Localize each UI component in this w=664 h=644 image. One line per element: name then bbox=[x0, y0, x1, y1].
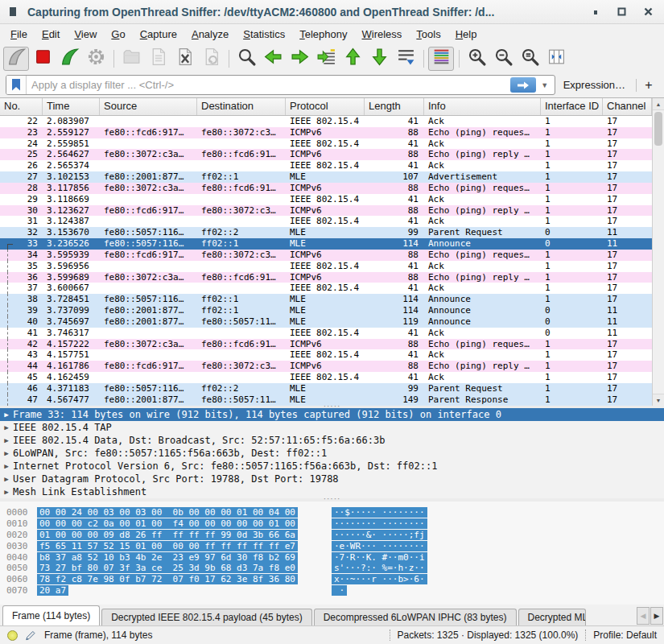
packet-row[interactable]: 333.236526fe80::5057:116…ff02::1MLE114An… bbox=[0, 238, 652, 250]
colorize-button[interactable] bbox=[428, 47, 454, 71]
save-file-button[interactable] bbox=[145, 47, 171, 71]
hex-ascii[interactable]: ··$····· ········ bbox=[332, 507, 427, 518]
close-file-button[interactable] bbox=[171, 47, 197, 71]
column-header-no[interactable]: No. bbox=[0, 98, 43, 115]
start-capture-button[interactable] bbox=[3, 47, 29, 71]
expander-icon[interactable]: ▶ bbox=[0, 460, 13, 473]
column-header-time[interactable]: Time bbox=[43, 98, 100, 115]
goto-packet-button[interactable] bbox=[313, 47, 339, 71]
detail-line[interactable]: ▶6LoWPAN, Src: fe80::5057:1165:f56a:663b… bbox=[0, 447, 664, 460]
hex-bytes-selected[interactable]: 00 00 00 c2 0a 00 01 00 f4 00 00 00 00 0… bbox=[37, 518, 298, 529]
packet-row[interactable]: 424.157222fe80::3072:c3a…fe80::fcd6:91…I… bbox=[0, 339, 652, 350]
restart-capture-button[interactable] bbox=[56, 47, 82, 71]
column-header-dst[interactable]: Destination bbox=[197, 98, 286, 115]
menu-analyze[interactable]: Analyze bbox=[184, 26, 236, 43]
byte-tab[interactable]: Frame (114 bytes) bbox=[2, 605, 100, 625]
hex-bytes-selected[interactable]: 20 a7 bbox=[37, 585, 68, 596]
hex-row[interactable]: 002001 00 00 00 09 d8 26 ff ff ff ff 99 … bbox=[0, 530, 664, 541]
expression-button[interactable]: Expression… bbox=[563, 79, 625, 91]
byte-tab[interactable]: Decrypted IEEE 802.15.4 payload (45 byte… bbox=[101, 609, 311, 625]
capture-comment-icon[interactable] bbox=[25, 630, 36, 641]
hex-ascii-selected[interactable]: · bbox=[332, 585, 347, 596]
packet-row[interactable]: 353.596956IEEE 802.15.441Ack117 bbox=[0, 261, 652, 272]
details-hex-splitter[interactable]: ····· bbox=[0, 498, 664, 502]
packet-list-scrollbar[interactable]: ▲ ▼ bbox=[652, 98, 664, 406]
hex-ascii[interactable]: x··~···r ···b>·6· bbox=[332, 574, 427, 585]
tab-scroll-right-icon[interactable]: ▶ bbox=[650, 607, 663, 625]
hex-row[interactable]: 006078 f2 c8 7e 98 0f b7 72 07 f0 17 62 … bbox=[0, 574, 664, 585]
expander-icon[interactable]: ▶ bbox=[0, 434, 13, 447]
hex-bytes[interactable]: 73 27 bf 80 07 3f 3a ce 25 3d 9b 68 d3 7… bbox=[37, 563, 299, 574]
resize-columns-button[interactable] bbox=[543, 47, 569, 71]
add-filter-button[interactable]: + bbox=[639, 78, 658, 93]
hex-ascii[interactable]: · bbox=[332, 585, 347, 597]
packet-row[interactable]: 293.118669IEEE 802.15.441Ack117 bbox=[0, 194, 652, 205]
first-packet-button[interactable] bbox=[340, 47, 365, 71]
hex-bytes-selected[interactable]: f5 65 11 57 52 15 01 00 00 00 ff ff ff f… bbox=[37, 541, 298, 551]
column-header-info[interactable]: Info bbox=[424, 98, 541, 115]
column-header-src[interactable]: Source bbox=[100, 98, 197, 115]
hex-row[interactable]: 001000 00 00 c2 0a 00 01 00 f4 00 00 00 … bbox=[0, 518, 664, 530]
packet-row[interactable]: 262.565374IEEE 802.15.441Ack117 bbox=[0, 160, 652, 171]
packet-row[interactable]: 283.117856fe80::3072:c3a…fe80::fcd6:91…I… bbox=[0, 183, 652, 194]
packet-row[interactable]: 232.559127fe80::fcd6:917…fe80::3072:c3…I… bbox=[0, 127, 652, 138]
hex-ascii[interactable]: ······&· ·····;fj bbox=[332, 530, 427, 541]
expander-icon[interactable]: ▶ bbox=[0, 408, 13, 421]
zoom-in-button[interactable] bbox=[464, 47, 489, 71]
hex-bytes[interactable]: b8 37 a8 52 10 b3 4b 2e 23 e9 97 6d 30 f… bbox=[37, 552, 299, 564]
packet-row[interactable]: 303.123627fe80::fcd6:917…fe80::3072:c3…I… bbox=[0, 205, 652, 217]
hex-ascii-selected[interactable]: ········ ········ bbox=[332, 518, 427, 529]
packet-row[interactable]: 252.564627fe80::3072:c3a…fe80::fcd6:91…I… bbox=[0, 149, 652, 160]
status-profile-label[interactable]: Profile: Default bbox=[593, 630, 657, 641]
hex-ascii-selected[interactable]: ·7·R··K. #··m0··i bbox=[332, 552, 427, 563]
scroll-up-icon[interactable]: ▲ bbox=[653, 98, 664, 110]
menu-edit[interactable]: Edit bbox=[35, 26, 67, 43]
open-file-button[interactable] bbox=[118, 47, 144, 71]
capture-options-button[interactable] bbox=[83, 47, 109, 71]
scroll-down-icon[interactable]: ▼ bbox=[653, 394, 664, 406]
hex-bytes[interactable]: f5 65 11 57 52 15 01 00 00 00 ff ff ff f… bbox=[37, 541, 299, 552]
close-icon[interactable] bbox=[644, 7, 653, 16]
window-menu-icon[interactable] bbox=[10, 7, 16, 16]
packet-row[interactable]: 273.102153fe80::2001:877…ff02::1MLE107Ad… bbox=[0, 171, 652, 183]
hex-ascii-selected[interactable]: ·e·WR··· ········ bbox=[332, 541, 427, 551]
hex-bytes-selected[interactable]: 78 f2 c8 7e 98 0f b7 72 07 f0 17 62 3e 8… bbox=[37, 574, 298, 584]
menu-telephony[interactable]: Telephony bbox=[292, 26, 354, 43]
packet-row[interactable]: 454.162459IEEE 802.15.441Ack117 bbox=[0, 372, 652, 383]
scrollbar-thumb[interactable] bbox=[654, 112, 662, 146]
tab-scroll-left-icon[interactable]: ◀ bbox=[637, 607, 650, 625]
expander-icon[interactable]: ▶ bbox=[0, 421, 13, 434]
column-header-proto[interactable]: Protocol bbox=[286, 98, 365, 115]
menu-capture[interactable]: Capture bbox=[133, 26, 184, 43]
zoom-reset-button[interactable] bbox=[517, 47, 542, 71]
hex-ascii[interactable]: ·e·WR··· ········ bbox=[332, 541, 427, 552]
display-filter-input[interactable] bbox=[27, 79, 510, 91]
previous-packet-button[interactable] bbox=[260, 47, 286, 71]
menu-wireless[interactable]: Wireless bbox=[355, 26, 410, 43]
hex-ascii[interactable]: ········ ········ bbox=[332, 518, 427, 530]
hex-ascii[interactable]: ·7·R··K. #··m0··i bbox=[332, 552, 427, 564]
expander-icon[interactable]: ▶ bbox=[0, 485, 13, 498]
last-packet-button[interactable] bbox=[366, 47, 392, 71]
packet-row[interactable]: 393.737099fe80::2001:877…ff02::1MLE114An… bbox=[0, 305, 652, 316]
zoom-out-button[interactable] bbox=[490, 47, 516, 71]
menu-tools[interactable]: Tools bbox=[409, 26, 447, 43]
byte-tab[interactable]: Decrypted ML bbox=[518, 609, 586, 625]
column-header-iface[interactable]: Interface ID bbox=[541, 98, 603, 115]
menu-view[interactable]: View bbox=[67, 26, 104, 43]
stop-capture-button[interactable] bbox=[30, 47, 56, 71]
menu-help[interactable]: Help bbox=[448, 26, 485, 43]
packet-row[interactable]: 242.559851IEEE 802.15.441Ack117 bbox=[0, 138, 652, 150]
packet-row[interactable]: 323.153670fe80::5057:116…ff02::2MLE99Par… bbox=[0, 227, 652, 238]
menu-go[interactable]: Go bbox=[104, 26, 132, 43]
hex-ascii-selected[interactable]: ······&· ·····;fj bbox=[332, 530, 427, 540]
packet-row[interactable]: 313.124387IEEE 802.15.441Ack117 bbox=[0, 216, 652, 227]
hex-bytes-selected[interactable]: 00 00 24 00 03 00 03 00 0b 00 00 00 01 0… bbox=[37, 507, 298, 518]
next-packet-button[interactable] bbox=[287, 47, 312, 71]
hex-row[interactable]: 007020 a7 · bbox=[0, 585, 664, 597]
packet-row[interactable]: 403.745697fe80::2001:877…fe80::5057:11…M… bbox=[0, 316, 652, 328]
hex-ascii-selected[interactable]: x··~···r ···b>·6· bbox=[332, 574, 427, 584]
list-details-splitter[interactable]: ····· bbox=[0, 406, 664, 408]
packet-row[interactable]: 383.728451fe80::5057:116…ff02::1MLE114An… bbox=[0, 294, 652, 305]
hex-bytes[interactable]: 00 00 00 c2 0a 00 01 00 f4 00 00 00 00 0… bbox=[37, 518, 299, 530]
